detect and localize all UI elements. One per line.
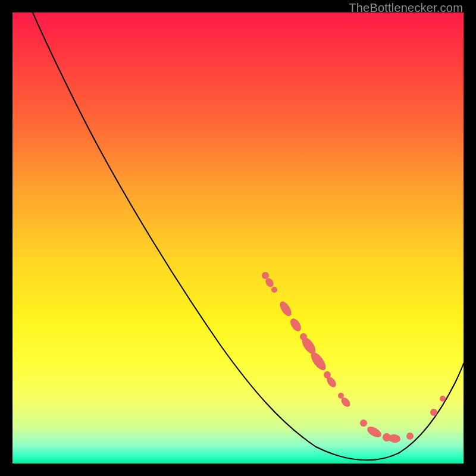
bottleneck-curve	[33, 12, 464, 460]
svg-point-18	[440, 396, 446, 402]
svg-point-13	[365, 424, 383, 439]
svg-point-12	[360, 419, 367, 427]
svg-point-3	[278, 299, 294, 318]
svg-point-0	[262, 272, 269, 279]
chart-plot-area	[12, 12, 464, 464]
chart-frame: TheBottlenecker.com	[0, 0, 476, 476]
svg-point-17	[430, 409, 437, 416]
svg-point-2	[271, 287, 277, 293]
svg-point-4	[288, 317, 303, 333]
curve-markers	[262, 272, 446, 443]
chart-svg	[12, 12, 464, 464]
attribution-label: TheBottlenecker.com	[349, 1, 463, 15]
svg-point-16	[406, 433, 414, 440]
